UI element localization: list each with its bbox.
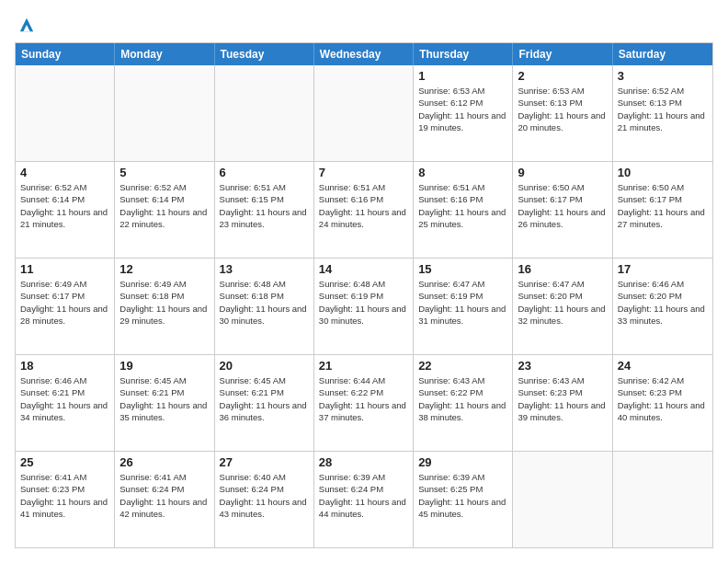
calendar-header-cell: Monday: [115, 43, 214, 65]
day-info: Sunrise: 6:41 AM Sunset: 6:23 PM Dayligh…: [20, 471, 109, 520]
calendar-cell: [16, 65, 115, 161]
day-number: 26: [119, 455, 209, 469]
day-number: 22: [418, 359, 507, 373]
day-info: Sunrise: 6:42 AM Sunset: 6:23 PM Dayligh…: [618, 374, 708, 423]
calendar-cell: [215, 65, 314, 161]
calendar-row: 11Sunrise: 6:49 AM Sunset: 6:17 PM Dayli…: [16, 259, 712, 355]
day-number: 12: [119, 262, 209, 276]
calendar-cell: [115, 65, 214, 161]
day-info: Sunrise: 6:52 AM Sunset: 6:14 PM Dayligh…: [119, 181, 209, 230]
calendar-cell: 19Sunrise: 6:45 AM Sunset: 6:21 PM Dayli…: [115, 355, 214, 451]
calendar-cell: 10Sunrise: 6:50 AM Sunset: 6:17 PM Dayli…: [613, 162, 712, 258]
day-info: Sunrise: 6:50 AM Sunset: 6:17 PM Dayligh…: [618, 181, 708, 230]
calendar-cell: 25Sunrise: 6:41 AM Sunset: 6:23 PM Dayli…: [16, 452, 115, 547]
day-number: 21: [319, 359, 408, 373]
calendar-cell: 13Sunrise: 6:48 AM Sunset: 6:18 PM Dayli…: [215, 259, 314, 354]
day-info: Sunrise: 6:53 AM Sunset: 6:12 PM Dayligh…: [418, 85, 507, 133]
calendar-cell: 8Sunrise: 6:51 AM Sunset: 6:16 PM Daylig…: [414, 162, 513, 258]
day-number: 18: [20, 359, 109, 373]
calendar-cell: 6Sunrise: 6:51 AM Sunset: 6:15 PM Daylig…: [215, 162, 314, 258]
calendar-header-cell: Friday: [513, 43, 612, 65]
calendar-cell: 20Sunrise: 6:45 AM Sunset: 6:21 PM Dayli…: [215, 355, 314, 451]
calendar-row: 4Sunrise: 6:52 AM Sunset: 6:14 PM Daylig…: [16, 162, 712, 259]
calendar: SundayMondayTuesdayWednesdayThursdayFrid…: [15, 42, 713, 548]
day-number: 16: [518, 262, 607, 276]
calendar-cell: 5Sunrise: 6:52 AM Sunset: 6:14 PM Daylig…: [115, 162, 214, 258]
calendar-header: SundayMondayTuesdayWednesdayThursdayFrid…: [16, 43, 712, 65]
calendar-row: 25Sunrise: 6:41 AM Sunset: 6:23 PM Dayli…: [16, 452, 712, 547]
calendar-cell: 28Sunrise: 6:39 AM Sunset: 6:24 PM Dayli…: [314, 452, 414, 547]
day-number: 19: [119, 359, 209, 373]
calendar-cell: 4Sunrise: 6:52 AM Sunset: 6:14 PM Daylig…: [16, 162, 115, 258]
calendar-cell: 27Sunrise: 6:40 AM Sunset: 6:24 PM Dayli…: [215, 452, 314, 547]
calendar-cell: 17Sunrise: 6:46 AM Sunset: 6:20 PM Dayli…: [613, 259, 712, 354]
day-info: Sunrise: 6:46 AM Sunset: 6:20 PM Dayligh…: [618, 278, 708, 327]
day-info: Sunrise: 6:40 AM Sunset: 6:24 PM Dayligh…: [220, 471, 309, 520]
calendar-body: 1Sunrise: 6:53 AM Sunset: 6:12 PM Daylig…: [16, 65, 712, 547]
day-info: Sunrise: 6:50 AM Sunset: 6:17 PM Dayligh…: [518, 181, 607, 230]
calendar-cell: 22Sunrise: 6:43 AM Sunset: 6:22 PM Dayli…: [414, 355, 513, 451]
day-info: Sunrise: 6:45 AM Sunset: 6:21 PM Dayligh…: [119, 374, 209, 423]
calendar-cell: 2Sunrise: 6:53 AM Sunset: 6:13 PM Daylig…: [513, 65, 612, 161]
calendar-cell: 1Sunrise: 6:53 AM Sunset: 6:12 PM Daylig…: [414, 65, 513, 161]
day-number: 2: [518, 69, 607, 83]
day-info: Sunrise: 6:47 AM Sunset: 6:20 PM Dayligh…: [518, 278, 607, 327]
day-info: Sunrise: 6:47 AM Sunset: 6:19 PM Dayligh…: [418, 278, 507, 327]
day-number: 15: [418, 262, 507, 276]
logo: [15, 15, 35, 33]
day-info: Sunrise: 6:43 AM Sunset: 6:23 PM Dayligh…: [518, 374, 607, 423]
day-number: 11: [20, 262, 109, 276]
calendar-cell: 7Sunrise: 6:51 AM Sunset: 6:16 PM Daylig…: [314, 162, 414, 258]
day-info: Sunrise: 6:51 AM Sunset: 6:16 PM Dayligh…: [418, 181, 507, 230]
calendar-cell: 14Sunrise: 6:48 AM Sunset: 6:19 PM Dayli…: [314, 259, 414, 354]
calendar-row: 1Sunrise: 6:53 AM Sunset: 6:12 PM Daylig…: [16, 65, 712, 162]
day-number: 14: [319, 262, 408, 276]
header: [15, 15, 713, 33]
day-number: 9: [518, 166, 607, 179]
day-info: Sunrise: 6:43 AM Sunset: 6:22 PM Dayligh…: [418, 374, 507, 423]
day-info: Sunrise: 6:52 AM Sunset: 6:13 PM Dayligh…: [618, 85, 708, 133]
day-number: 6: [220, 166, 309, 179]
calendar-cell: 21Sunrise: 6:44 AM Sunset: 6:22 PM Dayli…: [314, 355, 414, 451]
day-info: Sunrise: 6:39 AM Sunset: 6:24 PM Dayligh…: [319, 471, 408, 520]
calendar-cell: [613, 452, 712, 547]
calendar-cell: 3Sunrise: 6:52 AM Sunset: 6:13 PM Daylig…: [613, 65, 712, 161]
day-info: Sunrise: 6:44 AM Sunset: 6:22 PM Dayligh…: [319, 374, 408, 423]
day-info: Sunrise: 6:48 AM Sunset: 6:18 PM Dayligh…: [220, 278, 309, 327]
day-info: Sunrise: 6:49 AM Sunset: 6:18 PM Dayligh…: [119, 278, 209, 327]
calendar-cell: 16Sunrise: 6:47 AM Sunset: 6:20 PM Dayli…: [513, 259, 612, 354]
day-number: 25: [20, 455, 109, 469]
day-number: 4: [20, 166, 109, 179]
calendar-cell: 11Sunrise: 6:49 AM Sunset: 6:17 PM Dayli…: [16, 259, 115, 354]
day-number: 3: [618, 69, 708, 83]
day-number: 8: [418, 166, 507, 179]
page: SundayMondayTuesdayWednesdayThursdayFrid…: [0, 0, 728, 563]
day-number: 13: [220, 262, 309, 276]
calendar-cell: 23Sunrise: 6:43 AM Sunset: 6:23 PM Dayli…: [513, 355, 612, 451]
calendar-header-cell: Sunday: [16, 43, 115, 65]
day-info: Sunrise: 6:46 AM Sunset: 6:21 PM Dayligh…: [20, 374, 109, 423]
day-info: Sunrise: 6:53 AM Sunset: 6:13 PM Dayligh…: [518, 85, 607, 133]
calendar-header-cell: Saturday: [613, 43, 712, 65]
day-number: 24: [618, 359, 708, 373]
day-number: 17: [618, 262, 708, 276]
calendar-cell: 9Sunrise: 6:50 AM Sunset: 6:17 PM Daylig…: [513, 162, 612, 258]
calendar-cell: 15Sunrise: 6:47 AM Sunset: 6:19 PM Dayli…: [414, 259, 513, 354]
day-number: 10: [618, 166, 708, 179]
day-number: 1: [418, 69, 507, 83]
day-number: 7: [319, 166, 408, 179]
calendar-cell: 24Sunrise: 6:42 AM Sunset: 6:23 PM Dayli…: [613, 355, 712, 451]
calendar-cell: 18Sunrise: 6:46 AM Sunset: 6:21 PM Dayli…: [16, 355, 115, 451]
day-info: Sunrise: 6:45 AM Sunset: 6:21 PM Dayligh…: [220, 374, 309, 423]
day-number: 27: [220, 455, 309, 469]
day-info: Sunrise: 6:52 AM Sunset: 6:14 PM Dayligh…: [20, 181, 109, 230]
calendar-cell: [513, 452, 612, 547]
day-number: 5: [119, 166, 209, 179]
calendar-header-cell: Tuesday: [215, 43, 314, 65]
logo-icon: [18, 17, 35, 33]
day-number: 29: [418, 455, 507, 469]
day-info: Sunrise: 6:49 AM Sunset: 6:17 PM Dayligh…: [20, 278, 109, 327]
calendar-header-cell: Wednesday: [314, 43, 414, 65]
calendar-cell: 26Sunrise: 6:41 AM Sunset: 6:24 PM Dayli…: [115, 452, 214, 547]
day-number: 23: [518, 359, 607, 373]
